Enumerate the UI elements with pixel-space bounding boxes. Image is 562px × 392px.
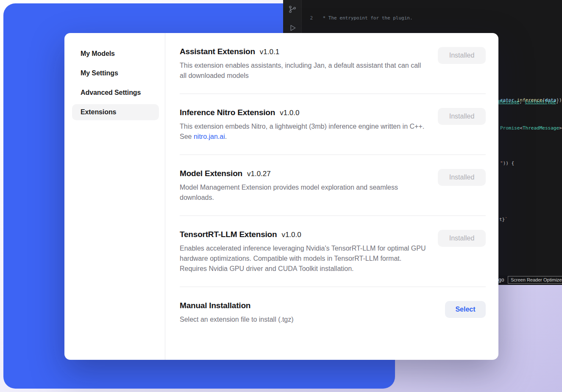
extension-name: Model Extension <box>180 169 242 178</box>
select-button[interactable]: Select <box>445 301 486 318</box>
settings-sidebar: My Models My Settings Advanced Settings … <box>64 33 165 360</box>
extension-row-assistant: Assistant Extension v1.0.1 This extensio… <box>180 33 486 94</box>
manual-installation-description: Select an extension file to install (.tg… <box>180 315 294 325</box>
code-fragment: rator.inference(data)); <box>500 97 562 103</box>
page: 2 * The entrypoint for the plugin. 3 */ … <box>0 0 562 392</box>
installed-button[interactable]: Installed <box>438 47 486 64</box>
extension-row-inference-nitro: Inference Nitro Extension v1.0.0 This ex… <box>180 94 486 155</box>
extension-description: Enables accelerated inference leveraging… <box>180 243 428 274</box>
extension-name: Inference Nitro Extension <box>180 108 275 117</box>
extension-version: v1.0.0 <box>281 231 301 239</box>
installed-button[interactable]: Installed <box>438 108 486 125</box>
screen-reader-badge[interactable]: Screen Reader Optimized <box>508 276 562 284</box>
extension-name: TensortRT-LLM Extension <box>180 230 277 239</box>
line-number: 2 <box>302 15 313 22</box>
manual-installation-title: Manual Installation <box>180 301 250 310</box>
status-text: go <box>498 277 504 283</box>
extension-version: v1.0.1 <box>260 48 279 56</box>
extension-name: Assistant Extension <box>180 47 255 56</box>
extensions-panel: Assistant Extension v1.0.1 This extensio… <box>165 33 498 360</box>
installed-button[interactable]: Installed <box>438 230 486 247</box>
sidebar-item-my-settings[interactable]: My Settings <box>72 65 159 81</box>
extension-row-tensorrt-llm: TensortRT-LLM Extension v1.0.0 Enables a… <box>180 216 486 287</box>
nitro-jan-ai-link[interactable]: nitro.jan.ai <box>194 133 225 140</box>
sidebar-item-advanced-settings[interactable]: Advanced Settings <box>72 85 159 101</box>
source-control-icon[interactable] <box>287 4 298 14</box>
code-fragment: Promise<ThreadMessage> <box>500 125 562 131</box>
run-debug-icon[interactable] <box>287 23 298 33</box>
extension-version: v1.0.0 <box>280 109 299 117</box>
extension-version: v1.0.27 <box>247 170 271 178</box>
sidebar-item-extensions[interactable]: Extensions <box>72 104 159 120</box>
code-text: * The entrypoint for the plugin. <box>320 15 413 22</box>
code-fragment: t}` <box>499 217 508 222</box>
extension-description: Model Management Extension provides mode… <box>180 182 428 203</box>
installed-button[interactable]: Installed <box>438 169 486 186</box>
code-line: 2 * The entrypoint for the plugin. <box>302 15 562 22</box>
extension-description: This extension enables assistants, inclu… <box>180 61 428 81</box>
sidebar-item-my-models[interactable]: My Models <box>72 46 159 62</box>
extension-row-model: Model Extension v1.0.27 Model Management… <box>180 155 486 215</box>
settings-modal: My Models My Settings Advanced Settings … <box>64 33 498 360</box>
extension-description: This extension embeds Nitro, a lightweig… <box>180 121 428 142</box>
manual-installation-row: Manual Installation Select an extension … <box>180 287 486 337</box>
code-fragment: ")) { <box>500 160 514 166</box>
description-suffix: . <box>225 133 227 140</box>
